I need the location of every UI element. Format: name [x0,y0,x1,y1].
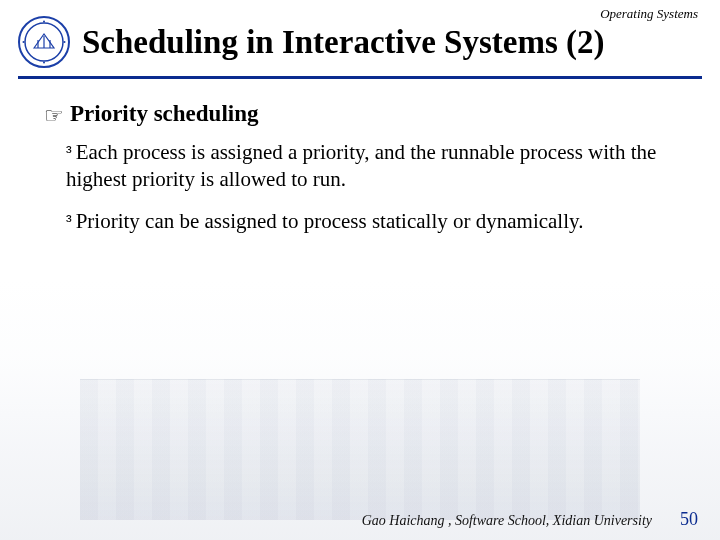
bullet-l2-text: Priority can be assigned to process stat… [76,209,584,233]
footer: Gao Haichang , Software School, Xidian U… [0,509,720,530]
page-number: 50 [680,509,698,530]
svg-point-5 [23,41,25,43]
slide: Operating Systems Scheduling in Interact… [0,0,720,540]
bullet-l1-text: Priority scheduling [70,101,258,127]
bullet-l2-group: ³Each process is assigned a priority, an… [44,139,696,235]
svg-point-2 [43,21,45,23]
svg-point-3 [64,41,66,43]
bullet-l2: ³Priority can be assigned to process sta… [66,208,696,235]
footer-attribution: Gao Haichang , Software School, Xidian U… [362,513,652,529]
sub-bullet-icon: ³ [66,142,72,164]
slide-title: Scheduling in Interactive Systems (2) [82,24,605,60]
course-label: Operating Systems [600,6,698,22]
bullet-l1: ☞ Priority scheduling [44,101,696,127]
sub-bullet-icon: ³ [66,211,72,233]
bullet-l2-text: Each process is assigned a priority, and… [66,140,656,191]
bullet-l2: ³Each process is assigned a priority, an… [66,139,696,194]
university-seal-icon [18,16,70,68]
svg-point-4 [43,62,45,64]
pointing-hand-icon: ☞ [44,105,64,127]
content: ☞ Priority scheduling ³Each process is a… [18,101,702,235]
